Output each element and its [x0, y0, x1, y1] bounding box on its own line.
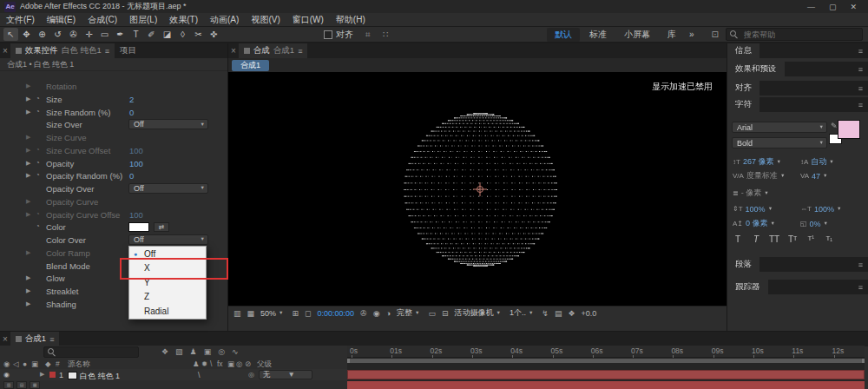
superscript-button[interactable]: T¹	[806, 234, 816, 244]
menubar-item-5[interactable]: 动画(A)	[204, 14, 245, 26]
snap-options-icon[interactable]	[365, 30, 371, 40]
layer-eye-icon[interactable]	[3, 371, 10, 379]
current-time[interactable]: 0:00:00:00	[318, 309, 355, 318]
twirl-icon[interactable]	[26, 134, 30, 141]
property-dropdown[interactable]: Off	[128, 183, 208, 194]
eyedropper-icon[interactable]	[831, 122, 838, 130]
stopwatch-icon[interactable]	[36, 146, 40, 154]
transparency-grid-icon[interactable]	[247, 309, 255, 318]
vertical-scale-control[interactable]: 100%	[733, 203, 797, 214]
pan-behind-tool[interactable]	[82, 28, 96, 41]
font-style-select[interactable]: Bold	[732, 137, 827, 148]
grid-toggle-icon[interactable]	[383, 30, 388, 39]
mask-visibility-icon[interactable]	[305, 309, 311, 318]
menu-item-z[interactable]: Z	[129, 290, 206, 305]
parent-select[interactable]: 无	[259, 370, 312, 379]
faux-italic-button[interactable]: T	[751, 234, 761, 244]
menu-item-y[interactable]: Y	[129, 275, 206, 290]
tracking-control[interactable]: 47	[800, 170, 865, 181]
workspace-button-0[interactable]: 默认	[547, 28, 580, 42]
video-column-icon[interactable]	[3, 359, 10, 368]
effect-property-row[interactable]: Rotation	[0, 80, 227, 93]
pen-tool[interactable]	[113, 28, 128, 41]
expand-switches-button[interactable]	[30, 381, 40, 389]
maximize-button[interactable]: ▢	[829, 3, 837, 11]
menubar-item-6[interactable]: 视图(V)	[245, 14, 286, 26]
shy-icon[interactable]	[193, 359, 200, 368]
twirl-icon[interactable]	[26, 172, 30, 179]
color-picker-icon[interactable]	[154, 222, 169, 232]
tsume-control[interactable]: 0%	[800, 218, 865, 229]
view-layout-select[interactable]: 1个..	[510, 307, 536, 319]
twirl-icon[interactable]	[26, 249, 30, 256]
twirl-icon[interactable]	[26, 96, 30, 102]
rotation-tool[interactable]	[50, 28, 65, 41]
twirl-icon[interactable]	[40, 371, 44, 378]
font-family-select[interactable]: Arial	[732, 122, 827, 133]
menubar-item-8[interactable]: 帮助(H)	[330, 14, 372, 26]
roto-brush-tool[interactable]	[191, 28, 206, 41]
motion-blur-icon[interactable]	[218, 347, 225, 356]
twirl-icon[interactable]	[26, 147, 30, 154]
flowchart-icon[interactable]	[568, 309, 575, 318]
panel-options-icon[interactable]	[712, 30, 719, 39]
tab-effects-presets[interactable]: 效果和预设	[727, 62, 785, 76]
frame-blend-icon[interactable]	[204, 347, 212, 356]
menu-icon[interactable]	[858, 282, 868, 292]
tab-project[interactable]: 项目	[115, 43, 141, 58]
close-icon[interactable]	[228, 46, 239, 56]
menu-icon[interactable]	[49, 334, 54, 344]
stopwatch-icon[interactable]	[36, 210, 40, 218]
vertical-scale-value[interactable]: 100%	[746, 205, 766, 214]
type-tool[interactable]	[128, 28, 143, 41]
menu-item-off[interactable]: Off	[129, 247, 206, 261]
effect-property-row[interactable]: Size2	[0, 93, 227, 106]
fill-color-swatch[interactable]	[838, 120, 860, 139]
property-value[interactable]: 0	[129, 171, 134, 181]
all-caps-button[interactable]: TT	[769, 234, 779, 244]
resolution-select[interactable]: 完整	[397, 307, 422, 319]
effect-property-row[interactable]: Color OverOff	[0, 234, 227, 247]
hide-shy-icon[interactable]	[190, 347, 197, 356]
property-dropdown[interactable]: Off	[128, 119, 208, 129]
layer-row[interactable]: 1 白色 纯色 1 无	[0, 369, 347, 380]
workspace-button-3[interactable]: 库	[660, 28, 684, 42]
baseline-shift-value[interactable]: 0 像素	[746, 218, 768, 229]
audio-column-icon[interactable]	[13, 359, 19, 368]
menu-icon[interactable]	[298, 46, 302, 56]
twirl-icon[interactable]	[26, 109, 30, 115]
horizontal-scale-control[interactable]: 100%	[800, 203, 865, 214]
zoom-tool[interactable]	[35, 28, 49, 41]
menubar-item-1[interactable]: 编辑(E)	[41, 14, 82, 26]
snap-checkbox[interactable]	[324, 30, 332, 39]
layer-quality-icon[interactable]	[198, 371, 201, 379]
viewer-tab-comp1[interactable]: 合成1	[232, 60, 269, 71]
close-icon[interactable]	[0, 334, 10, 344]
fx-icon[interactable]	[217, 359, 223, 368]
comp-viewport[interactable]: 显示加速已禁用	[228, 72, 727, 306]
stopwatch-icon[interactable]	[36, 108, 40, 115]
tsume-value[interactable]: 0%	[810, 220, 821, 228]
puppet-pin-tool[interactable]	[207, 28, 221, 41]
workspace-button-2[interactable]: 小屏幕	[616, 28, 658, 42]
expand-in-point-button[interactable]	[3, 381, 14, 389]
property-value[interactable]: 0	[129, 108, 134, 117]
twirl-icon[interactable]	[26, 300, 30, 307]
grid-guides-icon[interactable]	[293, 309, 299, 318]
close-button[interactable]: ✕	[850, 3, 857, 11]
baseline-shift-control[interactable]: 0 像素	[733, 218, 797, 229]
tab-composition[interactable]: 合成 合成1	[239, 43, 308, 58]
camera-select[interactable]: 活动摄像机	[454, 307, 503, 319]
leading-control[interactable]: 自动	[800, 156, 865, 168]
brush-tool[interactable]	[144, 28, 159, 41]
fast-preview-icon[interactable]	[542, 309, 549, 318]
collapse-icon[interactable]	[201, 359, 207, 368]
camera-tool[interactable]	[66, 28, 81, 41]
menu-item-radial[interactable]: Radial	[129, 304, 206, 319]
label-color-chip[interactable]	[49, 372, 56, 378]
small-caps-button[interactable]: Tᵀ	[787, 234, 798, 244]
header-frame-blend-icon[interactable]	[227, 359, 234, 368]
effect-property-row[interactable]: Opacity OverOff	[0, 182, 227, 195]
selection-tool[interactable]	[3, 28, 18, 41]
exposure-value[interactable]: +0.0	[582, 309, 597, 318]
